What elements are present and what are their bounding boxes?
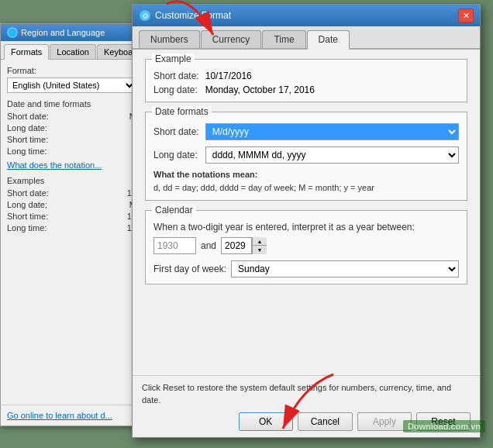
region-title: Region and Language <box>21 28 105 37</box>
example-grid: Short date: 10/17/2016 Long date: Monday… <box>153 71 459 95</box>
spin-down-button[interactable]: ▼ <box>253 246 267 254</box>
notation-link[interactable]: What does the notation... <box>7 160 136 170</box>
dow-label: First day of week: <box>153 264 226 274</box>
example-long-time: Long time: 11 <box>7 223 136 233</box>
year-from-input[interactable] <box>153 237 196 254</box>
dialog-icon: ⚙ <box>139 9 151 22</box>
ex-long-date-value: Monday, October 17, 2016 <box>205 84 459 95</box>
tab-time[interactable]: Time <box>262 30 305 48</box>
ex-short-date-label: Short date: <box>153 71 199 81</box>
long-date-select[interactable]: dddd, MMMM dd, yyyy <box>205 146 459 164</box>
short-date-select[interactable]: M/d/yyyy <box>205 123 459 140</box>
ex-long-date-label: Long date: <box>153 84 199 95</box>
calendar-section-title: Calendar <box>152 205 196 215</box>
spin-up-button[interactable]: ▲ <box>253 237 267 246</box>
dow-row: First day of week: Sunday <box>153 260 459 277</box>
short-date-label: Short date: <box>7 112 49 121</box>
region-footer-link[interactable]: Go online to learn about d... <box>7 411 112 420</box>
notations-title: What the notations mean: d, dd = day; dd… <box>153 168 459 194</box>
ex-short-date-value: 10/17/2016 <box>205 71 459 81</box>
dialog-close-button[interactable]: ✕ <box>458 9 474 22</box>
region-row-long-time: Long time: h <box>7 146 136 156</box>
region-row-short-time: Short time: h <box>7 135 136 144</box>
reset-text: Click Reset to restore the system defaul… <box>142 382 471 406</box>
short-time-label: Short time: <box>7 135 48 144</box>
cancel-button[interactable]: Cancel <box>298 412 353 431</box>
date-formats-title: Date formats <box>152 106 212 117</box>
customize-dialog: ⚙ Customize Format ✕ Numbers Currency Ti… <box>132 4 481 438</box>
region-titlebar: 🌐 Region and Language <box>1 24 143 41</box>
dialog-title: Customize Format <box>155 10 231 21</box>
tab-numbers[interactable]: Numbers <box>139 30 200 48</box>
format-label: Format: <box>7 66 136 75</box>
year-to-spinner: ▲ ▼ <box>221 237 267 254</box>
long-date-label: Long date: <box>7 123 47 133</box>
fmt-short-date-label: Short date: <box>153 126 199 137</box>
tab-date[interactable]: Date <box>307 30 350 50</box>
region-tab-location[interactable]: Location <box>50 44 96 59</box>
dialog-body: Example Short date: 10/17/2016 Long date… <box>133 50 480 412</box>
region-icon: 🌐 <box>7 27 18 38</box>
notations-body: d, dd = day; ddd, dddd = day of week; M … <box>153 183 374 192</box>
dialog-tabs: Numbers Currency Time Date <box>133 26 480 50</box>
example-section: Example Short date: 10/17/2016 Long date… <box>145 59 467 102</box>
region-tab-formats[interactable]: Formats <box>4 44 49 60</box>
spin-buttons: ▲ ▼ <box>252 237 267 254</box>
calendar-section: Calendar When a two-digit year is entere… <box>145 210 467 284</box>
region-body: Format: English (United States) Date and… <box>1 60 143 241</box>
region-footer: Go online to learn about d... <box>1 405 143 426</box>
watermark: Download.com.vn <box>403 420 485 432</box>
region-tabs: Formats Location Keyboard <box>1 41 143 60</box>
date-formats-section: Date formats Short date: M/d/yyyy Long d… <box>145 112 467 201</box>
region-row-long-date: Long date: d <box>7 123 136 133</box>
example-short-time: Short time: 11 <box>7 212 136 221</box>
notations-header: What the notations mean: <box>153 170 257 179</box>
dow-select[interactable]: Sunday <box>231 260 459 277</box>
region-language-window: 🌐 Region and Language Formats Location K… <box>0 23 143 426</box>
titlebar-left: ⚙ Customize Format <box>139 9 231 22</box>
formats-grid: Short date: M/d/yyyy Long date: dddd, MM… <box>153 123 459 164</box>
example-short-date: Short date: 10 <box>7 188 136 198</box>
tab-currency[interactable]: Currency <box>201 30 262 48</box>
example-long-date: Long date: M <box>7 200 136 209</box>
svg-text:⚙: ⚙ <box>142 12 149 20</box>
dialog-titlebar: ⚙ Customize Format ✕ <box>133 5 480 26</box>
examples-label: Examples <box>7 176 136 185</box>
ok-button[interactable]: OK <box>239 412 293 431</box>
fmt-long-date-label: Long date: <box>153 150 199 160</box>
datetime-label: Date and time formats <box>7 99 136 109</box>
and-text: and <box>201 240 216 251</box>
two-digit-year-label: When a two-digit year is entered, interp… <box>153 222 415 233</box>
long-time-label: Long time: <box>7 146 47 156</box>
region-row-short-date: Short date: M <box>7 112 136 121</box>
example-section-title: Example <box>152 53 195 64</box>
year-to-input[interactable] <box>221 237 252 254</box>
format-select[interactable]: English (United States) <box>7 78 136 93</box>
